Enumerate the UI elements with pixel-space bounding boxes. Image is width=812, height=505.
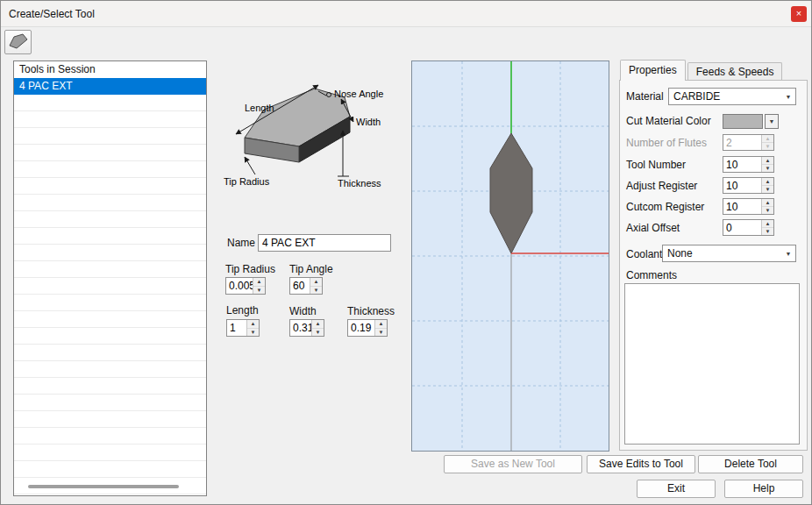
thickness-stepper[interactable]: ▲ ▼ [347,319,388,337]
spin-up-button[interactable]: ▲ [762,178,773,186]
tip-radius-field-label: Tip Radius [225,263,275,275]
tip-angle-spin-buttons: ▲ ▼ [310,278,322,294]
save-edits-to-tool-button[interactable]: Save Edits to Tool [587,455,695,473]
length-field-label: Length [226,304,259,317]
tip-radius-stepper[interactable]: ▲ ▼ [225,277,266,295]
adjust-register-stepper[interactable]: ▲ ▼ [723,177,774,194]
tip-radius-spin-buttons: ▲ ▼ [253,278,265,294]
right-panel-tabs: Properties Feeds & Speeds [620,60,784,81]
spin-down-button[interactable]: ▼ [762,228,773,235]
spin-down-button[interactable]: ▼ [762,165,773,172]
tool-name-input[interactable] [258,234,391,252]
titlebar[interactable]: Create/Select Tool × [1,1,811,27]
nose-angle-label: Nose Angle [334,89,383,99]
axial-offset-spin-buttons: ▲ ▼ [761,220,773,235]
close-icon: × [796,8,801,18]
thickness-label: Thickness [338,178,381,188]
save-as-new-tool-button[interactable]: Save as New Tool [444,455,582,473]
axial-offset-input[interactable] [723,220,761,235]
spin-down-button[interactable]: ▼ [247,329,259,337]
width-label: Width [356,117,381,127]
number-of-flutes-input [723,135,761,150]
spin-up-button[interactable]: ▲ [312,320,324,329]
tip-radius-input[interactable] [226,278,253,294]
width-stepper[interactable]: ▲ ▼ [289,319,324,337]
thickness-spin-buttons: ▲ ▼ [374,320,387,336]
tip-angle-field-label: Tip Angle [289,263,333,275]
cut-material-color-dropdown[interactable]: ▼ [723,113,779,130]
spin-down-button[interactable]: ▼ [375,329,387,337]
thickness-field-label: Thickness [347,305,395,317]
length-input[interactable] [227,320,246,336]
material-value: CARBIDE [669,90,781,103]
spin-up-button[interactable]: ▲ [310,278,322,287]
tip-angle-input[interactable] [290,278,310,294]
help-button[interactable]: Help [724,480,803,498]
tip-angle-stepper[interactable]: ▲ ▼ [289,277,323,295]
tip-radius-leader-line [245,157,255,174]
axial-offset-label: Axial Offset [626,222,680,234]
dropdown-arrow-icon: ▼ [781,251,795,257]
exit-button[interactable]: Exit [637,480,716,498]
width-spin-buttons: ▲ ▼ [311,320,324,336]
width-field-label: Width [289,305,317,317]
tab-properties[interactable]: Properties [620,60,686,81]
length-spin-buttons: ▲ ▼ [246,320,259,336]
axial-offset-stepper[interactable]: ▲ ▼ [723,219,774,236]
comments-textarea[interactable] [624,283,800,445]
adjust-register-label: Adjust Register [626,180,697,192]
tool-number-input[interactable] [723,157,761,172]
number-of-flutes-stepper: ▲ ▼ [723,134,774,151]
cutcom-register-input[interactable] [723,199,761,214]
spin-up-button[interactable]: ▲ [762,220,773,228]
material-dropdown[interactable]: CARBIDE ▼ [668,88,796,105]
horizontal-scrollbar-thumb[interactable] [28,485,179,488]
number-of-flutes-label: Number of Flutes [626,137,707,149]
spin-down-button[interactable]: ▼ [310,287,322,295]
cut-material-color-label: Cut Material Color [626,115,711,127]
tool-type-button[interactable] [4,30,32,54]
tip-radius-label: Tip Radius [224,176,270,187]
length-stepper[interactable]: ▲ ▼ [226,319,260,337]
adjust-register-spin-buttons: ▲ ▼ [761,178,773,193]
length-label: Length [245,103,274,113]
spin-down-button: ▼ [762,143,773,150]
close-button[interactable]: × [791,6,807,22]
spin-down-button[interactable]: ▼ [253,287,265,295]
cutcom-register-label: Cutcom Register [626,201,704,213]
thickness-input[interactable] [348,320,374,336]
coolant-label: Coolant [626,248,662,260]
delete-tool-button[interactable]: Delete Tool [698,455,803,473]
spin-down-button[interactable]: ▼ [762,207,773,214]
tool-number-stepper[interactable]: ▲ ▼ [723,156,774,173]
tab-feeds-and-speeds[interactable]: Feeds & Speeds [687,62,783,81]
preview-background [412,61,609,451]
properties-panel: Material CARBIDE ▼ Cut Material Color ▼ … [619,80,808,451]
spin-up-button[interactable]: ▲ [253,278,265,287]
spin-down-button[interactable]: ▼ [762,186,773,193]
tool-list-item-selected[interactable]: 4 PAC EXT [14,78,206,95]
tools-list-body[interactable]: 4 PAC EXT [14,78,206,495]
adjust-register-input[interactable] [723,178,761,193]
dropdown-arrow-icon: ▼ [781,94,795,100]
tool-insert-icon [8,32,29,52]
tool-number-label: Tool Number [626,159,686,171]
number-of-flutes-spin-buttons: ▲ ▼ [761,135,773,150]
spin-up-button[interactable]: ▲ [375,320,387,329]
spin-up-button: ▲ [762,135,773,143]
tools-list-header: Tools in Session [14,61,206,78]
spin-down-button[interactable]: ▼ [312,329,324,337]
cutcom-register-stepper[interactable]: ▲ ▼ [723,198,774,215]
spin-up-button[interactable]: ▲ [247,320,259,329]
coolant-dropdown[interactable]: None ▼ [662,245,796,262]
width-input[interactable] [290,320,311,336]
tool-number-spin-buttons: ▲ ▼ [761,157,773,172]
cutcom-register-spin-buttons: ▲ ▼ [761,199,773,214]
spin-up-button[interactable]: ▲ [762,199,773,207]
tool-preview-canvas [411,60,609,452]
tools-in-session-list[interactable]: Tools in Session 4 PAC EXT [13,60,207,496]
comments-label: Comments [626,269,677,281]
dropdown-arrow-icon[interactable]: ▼ [765,114,779,129]
spin-up-button[interactable]: ▲ [762,157,773,165]
coolant-value: None [663,247,781,260]
